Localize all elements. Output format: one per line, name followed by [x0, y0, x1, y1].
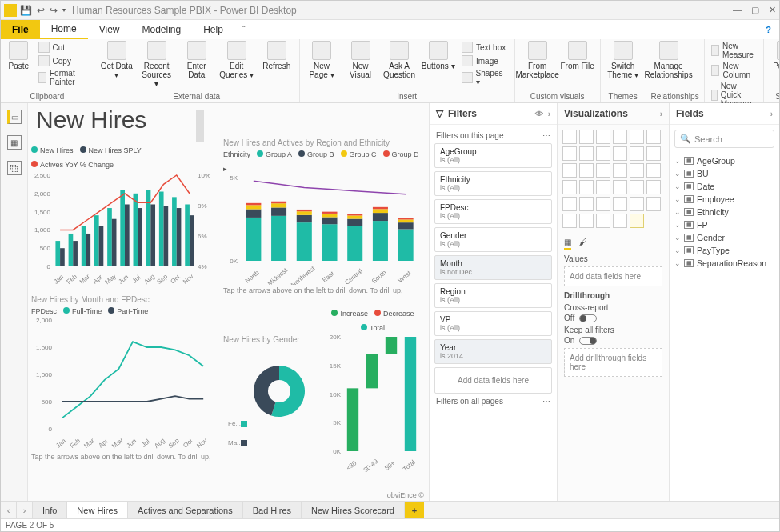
viz-type-21[interactable] [613, 180, 627, 194]
viz-type-34[interactable] [630, 214, 644, 228]
viz-type-28[interactable] [630, 197, 644, 211]
region-chart-card[interactable]: New Hires and Actives by Region and Ethn… [223, 138, 423, 294]
report-view-icon[interactable]: ▭ [7, 110, 22, 124]
viz-type-13[interactable] [579, 163, 594, 178]
page-tab-actives-and-separations[interactable]: Actives and Separations [128, 502, 243, 518]
filter-card-vp[interactable]: VPis (All) [434, 311, 552, 336]
fields-collapse-icon[interactable]: › [770, 110, 773, 118]
viz-type-10[interactable] [630, 146, 644, 161]
edit-queries-button[interactable]: Edit Queries ▾ [219, 41, 254, 79]
drillthrough-well[interactable]: Add drillthrough fields here [564, 348, 662, 377]
cross-report-toggle[interactable] [579, 314, 597, 322]
viz-type-23[interactable] [646, 180, 661, 194]
from-file-button[interactable]: From File [560, 41, 595, 70]
filter-card-month[interactable]: Monthis not Dec [434, 255, 552, 280]
recent-sources-button[interactable]: Recent Sources ▾ [139, 41, 174, 88]
field-table-employee[interactable]: ⌄▦Employee [674, 193, 774, 206]
from-marketplace-button[interactable]: From Marketplace [520, 41, 555, 79]
viz-type-15[interactable] [613, 163, 627, 178]
field-table-date[interactable]: ⌄▦Date [674, 180, 774, 193]
textbox-button[interactable]: Text box [460, 41, 510, 54]
image-button[interactable]: Image [460, 54, 510, 67]
page-tab-bad-hires[interactable]: Bad Hires [243, 502, 302, 518]
filter-card-region[interactable]: Regionis (All) [434, 283, 552, 308]
viz-type-22[interactable] [630, 180, 644, 194]
viz-type-1[interactable] [579, 130, 594, 144]
ask-question-button[interactable]: Ask A Question [382, 41, 417, 79]
viz-type-32[interactable] [596, 214, 610, 228]
viz-type-20[interactable] [596, 180, 610, 194]
viz-type-4[interactable] [630, 130, 644, 144]
field-table-gender[interactable]: ⌄▦Gender [674, 231, 774, 244]
combo-chart-card[interactable]: New Hires New Hires SPLY Actives YoY % C… [31, 146, 215, 290]
viz-type-12[interactable] [562, 163, 577, 178]
viz-type-9[interactable] [613, 146, 627, 161]
viz-type-11[interactable] [646, 146, 661, 161]
viz-type-14[interactable] [596, 163, 610, 178]
ribbon-collapse-icon[interactable]: ˆ [234, 20, 254, 39]
field-table-separationreason[interactable]: ⌄▦SeparationReason [674, 257, 774, 270]
filters-visibility-icon[interactable]: 👁 [535, 110, 543, 118]
values-well[interactable]: Add data fields here [564, 266, 662, 286]
fields-well-icon[interactable]: ▦ [564, 238, 571, 250]
filter-card-agegroup[interactable]: AgeGroupis (All) [434, 143, 552, 168]
refresh-button[interactable]: Refresh [259, 41, 294, 70]
waterfall-chart-card[interactable]: Increase Decrease Total 0K5K10K15K20K<30… [322, 310, 423, 474]
page-tab-info[interactable]: Info [33, 502, 67, 518]
switch-theme-button[interactable]: Switch Theme ▾ [606, 41, 641, 79]
filters-collapse-icon[interactable]: › [548, 110, 550, 118]
viz-type-26[interactable] [596, 197, 610, 211]
new-measure-button[interactable]: New Measure [710, 41, 758, 60]
viz-type-25[interactable] [579, 197, 594, 211]
close-icon[interactable]: ✕ [769, 5, 776, 15]
field-table-agegroup[interactable]: ⌄▦AgeGroup [674, 154, 774, 167]
viz-type-17[interactable] [646, 163, 661, 178]
viz-type-29[interactable] [646, 197, 661, 211]
viz-type-18[interactable] [562, 180, 577, 194]
qat-dropdown-icon[interactable]: ▾ [62, 6, 66, 14]
new-visual-button[interactable]: New Visual [343, 41, 378, 79]
fpdesc-chart-card[interactable]: New Hires by Month and FPDesc FPDesc Ful… [31, 295, 215, 461]
save-icon[interactable]: 💾 [20, 5, 32, 16]
viz-collapse-icon[interactable]: › [660, 110, 662, 118]
page-tab-new-hires-scorecard[interactable]: New Hires Scorecard [302, 502, 405, 518]
enter-data-button[interactable]: Enter Data [179, 41, 214, 79]
viz-type-7[interactable] [579, 146, 594, 161]
filter-card-ethnicity[interactable]: Ethnicityis (All) [434, 171, 552, 196]
viz-type-24[interactable] [562, 197, 577, 211]
viz-type-33[interactable] [613, 214, 627, 228]
paste-button[interactable]: Paste [6, 41, 32, 70]
manage-relationships-button[interactable]: Manage Relationships [651, 41, 686, 79]
buttons-button[interactable]: Buttons ▾ [421, 41, 455, 70]
add-filter-field[interactable]: Add data fields here [434, 367, 552, 394]
menu-file[interactable]: File [1, 20, 40, 39]
page-tab-prev[interactable]: ‹ [1, 502, 17, 518]
field-table-ethnicity[interactable]: ⌄▦Ethnicity [674, 206, 774, 218]
redo-icon[interactable]: ↪ [50, 5, 58, 16]
menu-help[interactable]: Help [192, 20, 234, 39]
gender-chart-card[interactable]: New Hires by Gender Fe...Ma... [223, 335, 319, 453]
menu-view[interactable]: View [88, 20, 131, 39]
viz-type-31[interactable] [579, 214, 594, 228]
viz-type-6[interactable] [562, 146, 577, 161]
fields-search[interactable]: 🔍 Search [674, 130, 774, 148]
filter-card-fpdesc[interactable]: FPDescis (All) [434, 199, 552, 224]
viz-type-3[interactable] [613, 130, 627, 144]
viz-type-5[interactable] [646, 130, 661, 144]
add-page-button[interactable]: + [405, 502, 424, 518]
menu-home[interactable]: Home [40, 20, 88, 39]
report-canvas[interactable]: New Hires New Hires New Hires SPLY Activ… [28, 103, 429, 501]
help-question-icon[interactable]: ? [758, 20, 779, 39]
field-table-paytype[interactable]: ⌄▦PayType [674, 244, 774, 257]
viz-type-19[interactable] [579, 180, 594, 194]
viz-type-30[interactable] [562, 214, 577, 228]
field-table-bu[interactable]: ⌄▦BU [674, 167, 774, 180]
format-painter-button[interactable]: Format Painter [37, 68, 89, 87]
filter-card-year[interactable]: Yearis 2014 [434, 339, 552, 364]
legend-more-icon[interactable]: ▸ [223, 165, 227, 173]
minimize-icon[interactable]: — [733, 5, 742, 15]
page-tab-next[interactable]: › [17, 502, 33, 518]
viz-type-2[interactable] [596, 130, 610, 144]
cut-button[interactable]: Cut [37, 41, 89, 54]
viz-type-27[interactable] [613, 197, 627, 211]
